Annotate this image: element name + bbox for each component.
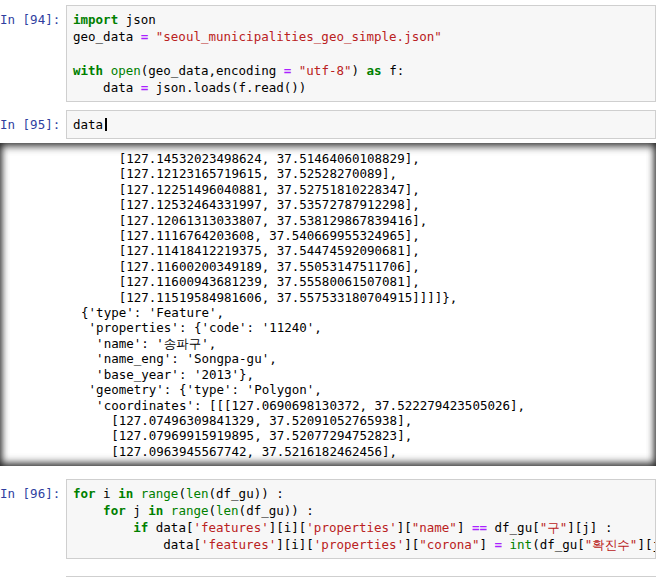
code-line: data = json.loads(f.read()) <box>73 79 649 96</box>
code-editor[interactable]: import jsongeo_data = "seoul_municipalit… <box>66 5 656 102</box>
scrolled-output-area[interactable]: [127.14532023498624, 37.51464060108829],… <box>0 143 656 466</box>
input-prompt: In [94]: <box>0 5 66 28</box>
input-prompt: In [95]: <box>0 110 66 133</box>
text-cursor <box>105 118 107 131</box>
code-cell-94: In [94]: import jsongeo_data = "seoul_mu… <box>0 5 656 102</box>
code-line: for i in range(len(df_gu)) : <box>73 485 649 502</box>
output-text: [127.14532023498624, 37.51464060108829],… <box>66 143 656 466</box>
input-prompt: In [96]: <box>0 479 66 502</box>
code-line: geo_data = "seoul_municipalities_geo_sim… <box>73 28 649 45</box>
output-prompt-gutter <box>0 143 66 466</box>
code-line: if data['features'][i]['properties']["na… <box>73 519 649 536</box>
next-cell-divider <box>66 576 656 577</box>
code-line <box>73 45 649 62</box>
code-line: for j in range(len(df_gu)) : <box>73 502 649 519</box>
code-line: data['features'][i]['properties']["coron… <box>73 536 649 553</box>
code-line: data <box>73 116 649 133</box>
notebook: In [94]: import jsongeo_data = "seoul_mu… <box>0 0 656 577</box>
code-cell-96: In [96]: for i in range(len(df_gu)) : fo… <box>0 479 656 559</box>
code-line: import json <box>73 11 649 28</box>
code-editor[interactable]: data <box>66 110 656 139</box>
code-cell-95: In [95]: data <box>0 110 656 139</box>
code-editor[interactable]: for i in range(len(df_gu)) : for j in ra… <box>66 479 656 559</box>
code-line: with open(geo_data,encoding = "utf-8") a… <box>73 62 649 79</box>
